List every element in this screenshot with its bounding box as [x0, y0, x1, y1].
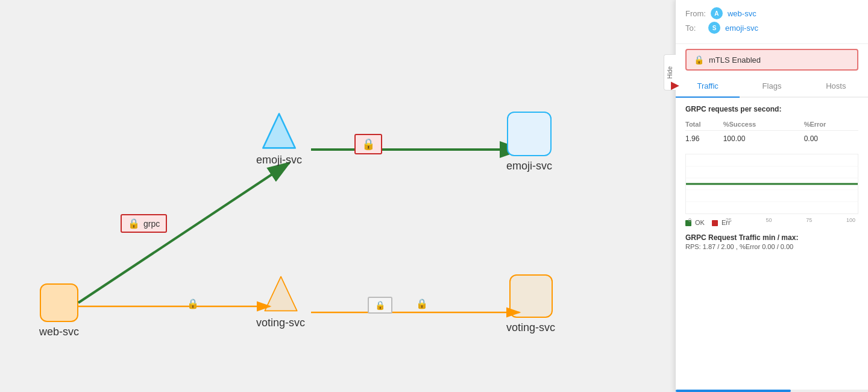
node-emoji-svc-src[interactable]: emoji-svc — [256, 112, 302, 166]
arrow-web-to-emoji — [0, 0, 675, 392]
traffic-chart: 0 25 50 75 100 — [685, 154, 858, 214]
panel-scrollbar[interactable] — [676, 390, 868, 392]
svg-marker-6 — [263, 114, 295, 148]
to-service-link[interactable]: emoji-svc — [725, 24, 758, 33]
edge-label-grpc: 🔒 grpc — [121, 214, 167, 233]
tab-hosts[interactable]: Hosts — [804, 75, 868, 98]
node-shape-voting-dst — [509, 274, 553, 318]
node-label-voting-svc-dst: voting-svc — [506, 321, 555, 334]
edge-label-lock-2: 🔒 — [368, 297, 392, 314]
node-shape-emoji-dst — [507, 112, 552, 156]
min-max-section: GRPC Request Traffic min / max: RPS: 1.8… — [685, 233, 858, 250]
hide-tab-label: Hide — [667, 66, 673, 79]
node-emoji-svc-dst[interactable]: emoji-svc — [506, 112, 552, 172]
mtls-label: mTLS Enabled — [709, 55, 761, 65]
chart-x-100: 100 — [846, 217, 855, 223]
chart-x-75: 75 — [806, 217, 812, 223]
to-label: To: — [685, 24, 703, 33]
panel-content-traffic: GRPC requests per second: Total %Success… — [676, 98, 868, 390]
from-row: From: A web-svc — [685, 7, 858, 19]
val-total: 1.96 — [685, 131, 723, 147]
node-shape-web-svc — [40, 283, 78, 322]
chart-x-25: 25 — [726, 217, 732, 223]
node-voting-svc-src[interactable]: voting-svc — [256, 274, 305, 329]
min-max-values: RPS: 1.87 / 2.00 , %Error 0.00 / 0.00 — [685, 243, 858, 250]
chart-svg — [686, 154, 858, 213]
min-max-title: GRPC Request Traffic min / max: — [685, 233, 858, 242]
lock-voting-2: 🔒 — [416, 298, 428, 309]
node-label-web-svc: web-svc — [39, 326, 79, 338]
node-label-voting-svc-src: voting-svc — [256, 317, 305, 329]
to-badge: S — [708, 22, 720, 34]
stats-table: Total %Success %Error 1.96 100.00 0.00 — [685, 118, 858, 147]
from-label: From: — [685, 9, 706, 18]
col-header-total: Total — [685, 118, 723, 131]
tab-flags[interactable]: Flags — [740, 75, 804, 98]
lock-voting-1: 🔒 — [187, 298, 199, 309]
val-success: 100.00 — [723, 131, 804, 147]
stats-row: 1.96 100.00 0.00 — [685, 131, 858, 147]
chart-x-0: 0 — [688, 217, 691, 223]
triangle-shape-emoji-src — [260, 112, 298, 150]
panel-scrollbar-thumb — [676, 390, 791, 392]
col-header-success: %Success — [723, 118, 804, 131]
mtls-banner: 🔒 mTLS Enabled — [685, 49, 858, 71]
panel-header: From: A web-svc To: S emoji-svc — [676, 0, 868, 44]
edge-label-lock-1: 🔒 — [354, 134, 382, 154]
tab-traffic[interactable]: Traffic — [676, 75, 740, 98]
mtls-lock-icon: 🔒 — [694, 55, 704, 65]
triangle-shape-voting-src — [262, 274, 300, 313]
svg-marker-7 — [265, 277, 297, 311]
col-header-error: %Error — [804, 118, 858, 131]
from-service-link[interactable]: web-svc — [728, 9, 756, 18]
val-error: 0.00 — [804, 131, 858, 147]
main-canvas: web-svc 🔒 grpc 🔒 🔒 — [0, 0, 675, 392]
panel-tabs: Traffic Flags Hosts — [676, 75, 868, 98]
node-web-svc[interactable]: web-svc — [39, 283, 79, 338]
node-label-emoji-svc-src: emoji-svc — [256, 154, 302, 166]
side-panel: Hide ▶ From: A web-svc To: S emoji-svc 🔒… — [675, 0, 868, 392]
traffic-section-title: GRPC requests per second: — [685, 105, 858, 113]
node-voting-svc-dst[interactable]: voting-svc — [506, 274, 555, 334]
panel-arrow-indicator: ▶ — [671, 78, 679, 92]
node-label-emoji-svc-dst: emoji-svc — [506, 160, 552, 172]
chart-x-50: 50 — [766, 217, 772, 223]
edge-label-grpc-text: grpc — [143, 219, 160, 229]
to-row: To: S emoji-svc — [685, 22, 858, 34]
from-badge: A — [711, 7, 723, 19]
from-to-section: From: A web-svc To: S emoji-svc — [685, 7, 858, 34]
